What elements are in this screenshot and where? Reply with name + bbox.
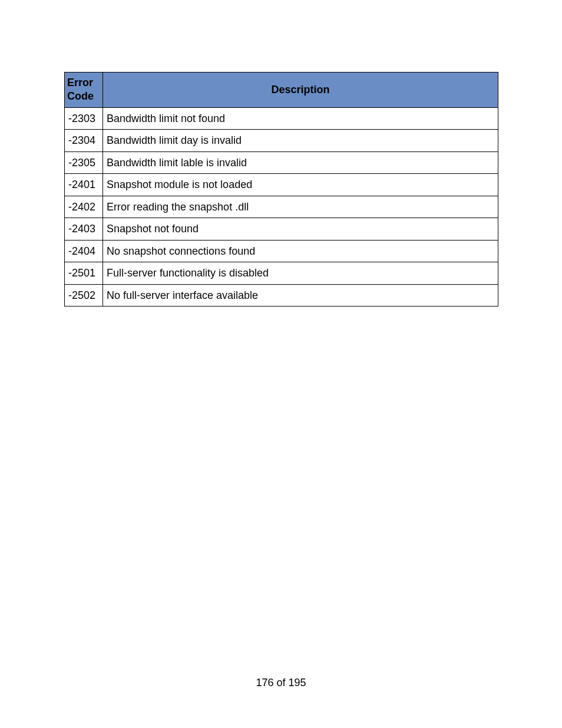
- cell-description: Snapshot module is not loaded: [103, 174, 498, 196]
- cell-error-code: -2502: [65, 284, 103, 307]
- table-row: -2401 Snapshot module is not loaded: [65, 174, 498, 196]
- cell-description: Bandwidth limit lable is invalid: [103, 151, 498, 174]
- header-description: Description: [103, 73, 498, 108]
- table-row: -2304 Bandwidth limit day is invalid: [65, 130, 498, 152]
- cell-error-code: -2403: [65, 218, 103, 241]
- error-table-container: Error Code Description -2303 Bandwidth l…: [64, 72, 498, 307]
- cell-error-code: -2501: [65, 262, 103, 285]
- cell-error-code: -2303: [65, 107, 103, 130]
- cell-description: No full-server interface available: [103, 284, 498, 307]
- table-row: -2403 Snapshot not found: [65, 218, 498, 241]
- cell-description: Snapshot not found: [103, 218, 498, 241]
- error-code-table: Error Code Description -2303 Bandwidth l…: [64, 72, 498, 307]
- table-row: -2502 No full-server interface available: [65, 284, 498, 307]
- table-row: -2501 Full-server functionality is disab…: [65, 262, 498, 285]
- document-page: Error Code Description -2303 Bandwidth l…: [0, 0, 562, 728]
- cell-error-code: -2304: [65, 130, 103, 152]
- header-error-code: Error Code: [65, 73, 103, 108]
- table-row: -2404 No snapshot connections found: [65, 240, 498, 262]
- cell-description: Error reading the snapshot .dll: [103, 196, 498, 218]
- page-number: 176 of 195: [0, 677, 562, 689]
- cell-description: Bandwidth limit not found: [103, 107, 498, 130]
- cell-description: Full-server functionality is disabled: [103, 262, 498, 285]
- cell-error-code: -2402: [65, 196, 103, 218]
- table-row: -2305 Bandwidth limit lable is invalid: [65, 151, 498, 174]
- cell-error-code: -2305: [65, 151, 103, 174]
- table-header-row: Error Code Description: [65, 73, 498, 108]
- cell-description: Bandwidth limit day is invalid: [103, 130, 498, 152]
- table-row: -2402 Error reading the snapshot .dll: [65, 196, 498, 218]
- cell-description: No snapshot connections found: [103, 240, 498, 262]
- cell-error-code: -2404: [65, 240, 103, 262]
- cell-error-code: -2401: [65, 174, 103, 196]
- table-row: -2303 Bandwidth limit not found: [65, 107, 498, 130]
